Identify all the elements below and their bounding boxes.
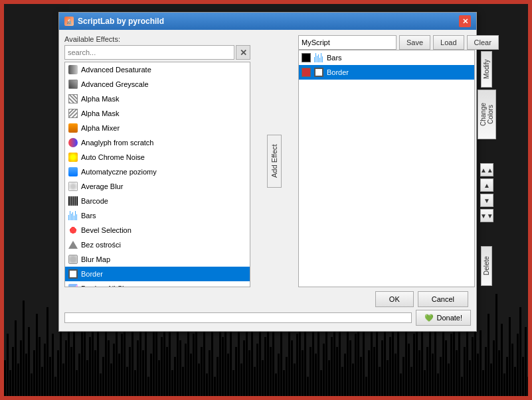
effect-name: Average Blur xyxy=(81,182,123,190)
search-input[interactable] xyxy=(64,45,234,60)
effect-icon xyxy=(68,137,78,148)
nav-bottom-button[interactable]: ▼▼ xyxy=(480,209,493,222)
bottom-section: OK Cancel 💚 Donate! xyxy=(64,291,471,326)
effect-item[interactable]: Advanced Greyscale xyxy=(65,77,250,92)
script-effects-list[interactable]: BarsBorder xyxy=(298,50,475,287)
title-bar-left: 🔬 ScriptLab by pyrochild xyxy=(64,17,164,26)
effect-icon xyxy=(68,167,78,177)
effect-item[interactable]: Bars xyxy=(65,208,250,223)
app-icon: 🔬 xyxy=(64,17,74,26)
effect-icon xyxy=(68,181,78,192)
effect-icon xyxy=(68,283,78,287)
ok-button[interactable]: OK xyxy=(375,291,414,307)
search-clear-button[interactable]: ✕ xyxy=(236,45,250,60)
change-colors-button[interactable]: Change Colors xyxy=(478,90,496,139)
effect-name: Bars xyxy=(81,212,96,220)
main-section: Available Effects: ✕ Advanced Desaturate… xyxy=(64,35,471,287)
effect-item[interactable]: Automatyczne poziomy xyxy=(65,165,250,179)
color-swatch xyxy=(302,53,311,62)
effect-icon xyxy=(68,64,78,75)
clear-button[interactable]: Clear xyxy=(467,35,499,50)
effect-name: Alpha Mask xyxy=(81,109,119,117)
side-buttons: Modify Change Colors ▲▲ ▲ ▼ ▼▼ Delete xyxy=(475,50,499,287)
effect-name: Anaglyph from scratch xyxy=(81,139,153,147)
effect-icon xyxy=(313,67,324,78)
middle-section: Add Effect xyxy=(254,35,294,287)
effect-icon xyxy=(68,196,78,206)
effect-icon xyxy=(68,225,78,235)
effect-item[interactable]: Advanced Desaturate xyxy=(65,62,250,77)
effect-icon xyxy=(68,108,78,119)
effect-item[interactable]: Alpha Mixer xyxy=(65,121,250,135)
effect-item[interactable]: Alpha Mask xyxy=(65,106,250,121)
color-swatch xyxy=(302,68,311,77)
nav-top-button[interactable]: ▲▲ xyxy=(480,163,493,176)
effect-name: Alpha Mask xyxy=(81,95,119,103)
effect-item[interactable]: Average Blur xyxy=(65,179,250,194)
donate-icon: 💚 xyxy=(424,314,434,322)
dialog-body: Available Effects: ✕ Advanced Desaturate… xyxy=(59,30,476,331)
effect-item[interactable]: Border xyxy=(65,267,250,281)
effect-name: Barcode xyxy=(81,197,108,205)
effect-item[interactable]: Bez ostrości xyxy=(65,237,250,252)
available-effects-label: Available Effects: xyxy=(64,35,250,43)
effect-icon xyxy=(68,94,78,104)
left-panel: Available Effects: ✕ Advanced Desaturate… xyxy=(64,35,250,287)
effect-item[interactable]: Auto Chrome Noise xyxy=(65,150,250,165)
script-toolbar: Save Load Clear xyxy=(298,35,499,50)
progress-area: 💚 Donate! xyxy=(64,310,471,326)
dialog-title: ScriptLab by pyrochild xyxy=(78,17,164,26)
delete-button[interactable]: Delete xyxy=(481,246,492,286)
effect-name: Border xyxy=(327,68,349,76)
bottom-buttons: OK Cancel xyxy=(64,291,471,307)
effect-name: Advanced Greyscale xyxy=(81,80,149,88)
effect-name: Blur Map xyxy=(81,255,110,263)
effect-item[interactable]: Blur Map xyxy=(65,252,250,267)
close-button[interactable]: ✕ xyxy=(459,15,471,27)
effect-name: Bars xyxy=(327,54,342,62)
effect-icon xyxy=(68,79,78,90)
effect-icon xyxy=(68,210,78,221)
title-bar: 🔬 ScriptLab by pyrochild ✕ xyxy=(59,13,476,30)
nav-down-button[interactable]: ▼ xyxy=(480,194,493,207)
load-button[interactable]: Load xyxy=(433,35,464,50)
effect-item[interactable]: Alpha Mask xyxy=(65,92,250,106)
modify-button[interactable]: Modify xyxy=(481,51,492,88)
effect-name: Border xyxy=(81,270,103,278)
effect-name: Automatyczne poziomy xyxy=(81,168,157,176)
script-main-area: BarsBorder Modify Change Colors ▲▲ ▲ ▼ ▼… xyxy=(298,50,499,287)
search-bar: ✕ xyxy=(64,45,250,60)
effect-item[interactable]: Barcode xyxy=(65,194,250,208)
progress-bar-container xyxy=(64,312,412,323)
donate-button[interactable]: 💚 Donate! xyxy=(416,310,471,326)
effect-icon xyxy=(68,239,78,250)
effect-icon xyxy=(68,269,78,279)
effect-icon xyxy=(68,152,78,163)
effect-icon xyxy=(68,123,78,133)
script-effect-item[interactable]: Border xyxy=(299,65,474,80)
donate-label: Donate! xyxy=(436,314,462,322)
script-name-input[interactable] xyxy=(298,35,397,50)
dialog-window: 🔬 ScriptLab by pyrochild ✕ Available Eff… xyxy=(58,12,477,332)
effects-list[interactable]: Advanced DesaturateAdvanced GreyscaleAlp… xyxy=(64,62,250,287)
effect-name: Advanced Desaturate xyxy=(81,66,151,74)
nav-up-button[interactable]: ▲ xyxy=(480,178,493,192)
effect-icon xyxy=(313,52,324,63)
effect-name: Bez ostrości xyxy=(81,241,121,249)
effect-name: Borders N' Shapes xyxy=(81,285,142,287)
right-panel-inner: Save Load Clear BarsBorder Modify Change… xyxy=(298,35,499,287)
effect-name: Alpha Mixer xyxy=(81,124,120,132)
save-button[interactable]: Save xyxy=(399,35,430,50)
right-panel-outer: Save Load Clear BarsBorder Modify Change… xyxy=(298,35,499,287)
script-effect-item[interactable]: Bars xyxy=(299,50,474,65)
effect-name: Bevel Selection xyxy=(81,226,132,234)
effect-icon xyxy=(68,254,78,265)
effect-item[interactable]: Borders N' Shapes xyxy=(65,281,250,287)
effect-name: Auto Chrome Noise xyxy=(81,153,145,161)
add-effect-button[interactable]: Add Effect xyxy=(267,135,282,188)
cancel-button[interactable]: Cancel xyxy=(418,291,468,307)
effect-item[interactable]: Bevel Selection xyxy=(65,223,250,237)
effect-item[interactable]: Anaglyph from scratch xyxy=(65,135,250,150)
